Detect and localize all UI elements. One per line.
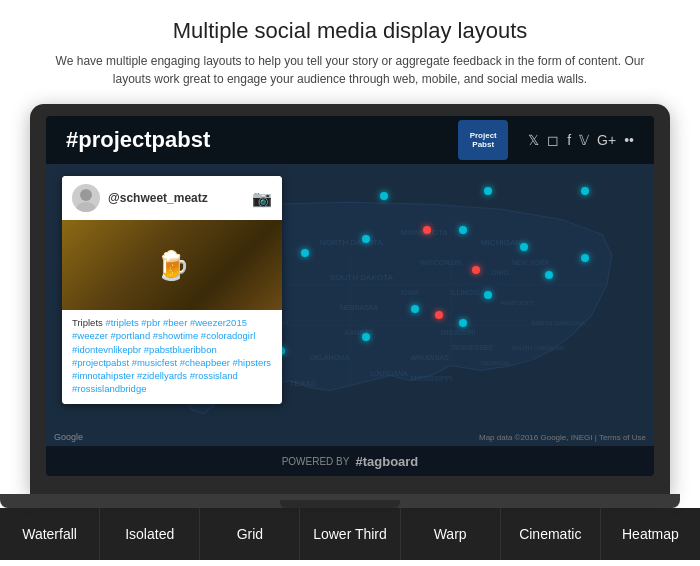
svg-text:NORTH DAKOTA: NORTH DAKOTA	[320, 238, 384, 247]
powered-by-label: POWERED BY	[282, 456, 350, 467]
tab-lower-third[interactable]: Lower Third	[300, 508, 400, 560]
map-display: #projectpabst ProjectPabst 𝕏 ◻ f 𝕍 G+ ••	[46, 116, 654, 476]
twitter-icon: 𝕏	[528, 132, 539, 148]
main-title: Multiple social media display layouts	[40, 18, 660, 44]
svg-text:OHIO: OHIO	[491, 269, 510, 276]
map-dot	[411, 305, 419, 313]
tab-isolated[interactable]: Isolated	[100, 508, 200, 560]
svg-text:LOUISIANA: LOUISIANA	[370, 370, 408, 377]
googleplus-icon: G+	[597, 132, 616, 148]
svg-text:MISSOURI: MISSOURI	[441, 329, 476, 336]
page-wrapper: Multiple social media display layouts We…	[0, 0, 700, 566]
map-terms: Map data ©2016 Google, INEGI | Terms of …	[479, 433, 646, 442]
svg-text:SOUTH CAROLINA: SOUTH CAROLINA	[511, 345, 566, 351]
map-dot	[484, 187, 492, 195]
card-avatar	[72, 184, 100, 212]
svg-text:NEBRASKA: NEBRASKA	[340, 304, 379, 311]
more-icon: ••	[624, 132, 634, 148]
google-label: Google	[54, 432, 83, 442]
header-section: Multiple social media display layouts We…	[0, 0, 700, 100]
svg-text:NEW YORK: NEW YORK	[511, 259, 550, 266]
tab-cinematic[interactable]: Cinematic	[501, 508, 601, 560]
svg-text:TENNESSEE: TENNESSEE	[451, 344, 494, 351]
map-dot-highlight	[435, 311, 443, 319]
tab-grid[interactable]: Grid	[200, 508, 300, 560]
tab-heatmap[interactable]: Heatmap	[601, 508, 700, 560]
svg-point-35	[80, 189, 92, 201]
map-hashtag: #projectpabst	[66, 127, 458, 153]
svg-text:MICHIGAN: MICHIGAN	[481, 238, 521, 247]
tab-waterfall[interactable]: Waterfall	[0, 508, 100, 560]
map-dot	[581, 187, 589, 195]
facebook-icon: f	[567, 132, 571, 148]
svg-text:ARKANSAS: ARKANSAS	[410, 354, 449, 361]
svg-text:OKLAHOMA: OKLAHOMA	[310, 354, 350, 361]
social-card: @schweet_meatz 📷 🍺 Triplets #triplets #p…	[62, 176, 282, 404]
subtitle: We have multiple engaging layouts to hel…	[40, 52, 660, 88]
map-dot	[301, 249, 309, 257]
laptop-base	[0, 494, 680, 508]
map-dot	[362, 235, 370, 243]
laptop-container: #projectpabst ProjectPabst 𝕏 ◻ f 𝕍 G+ ••	[30, 104, 670, 494]
svg-text:TEXAS: TEXAS	[290, 379, 316, 388]
svg-text:MISSISSIPPI: MISSISSIPPI	[410, 375, 452, 382]
tab-bar: WaterfallIsolatedGridLower ThirdWarpCine…	[0, 508, 700, 560]
tagboard-logo: #tagboard	[355, 454, 418, 469]
map-dot-highlight	[423, 226, 431, 234]
card-header: @schweet_meatz 📷	[62, 176, 282, 220]
pabst-logo: ProjectPabst	[458, 120, 508, 160]
card-username: @schweet_meatz	[108, 191, 252, 205]
instagram-icon: ◻	[547, 132, 559, 148]
map-dot	[545, 271, 553, 279]
svg-text:NORTH CAROLINA: NORTH CAROLINA	[531, 320, 586, 326]
card-image: 🍺	[62, 220, 282, 310]
svg-text:IOWA: IOWA	[400, 289, 419, 296]
map-topbar: #projectpabst ProjectPabst 𝕏 ◻ f 𝕍 G+ ••	[46, 116, 654, 164]
tab-warp[interactable]: Warp	[401, 508, 501, 560]
map-dot-highlight	[472, 266, 480, 274]
svg-text:GEORGIA: GEORGIA	[481, 360, 510, 366]
svg-text:ILLINOIS: ILLINOIS	[451, 289, 480, 296]
laptop-screen: #projectpabst ProjectPabst 𝕏 ◻ f 𝕍 G+ ••	[46, 116, 654, 476]
card-text: Triplets #triplets #pbr #beer #weezer201…	[62, 310, 282, 404]
svg-text:KENTUCKY: KENTUCKY	[501, 300, 534, 306]
instagram-card-icon: 📷	[252, 189, 272, 208]
map-bottombar: POWERED BY #tagboard	[46, 446, 654, 476]
social-icons: 𝕏 ◻ f 𝕍 G+ ••	[528, 132, 634, 148]
vimeo-icon: 𝕍	[579, 132, 589, 148]
svg-text:WISCONSIN: WISCONSIN	[421, 259, 462, 266]
svg-point-36	[76, 202, 96, 212]
svg-text:SOUTH DAKOTA: SOUTH DAKOTA	[330, 273, 394, 282]
map-dot	[484, 291, 492, 299]
